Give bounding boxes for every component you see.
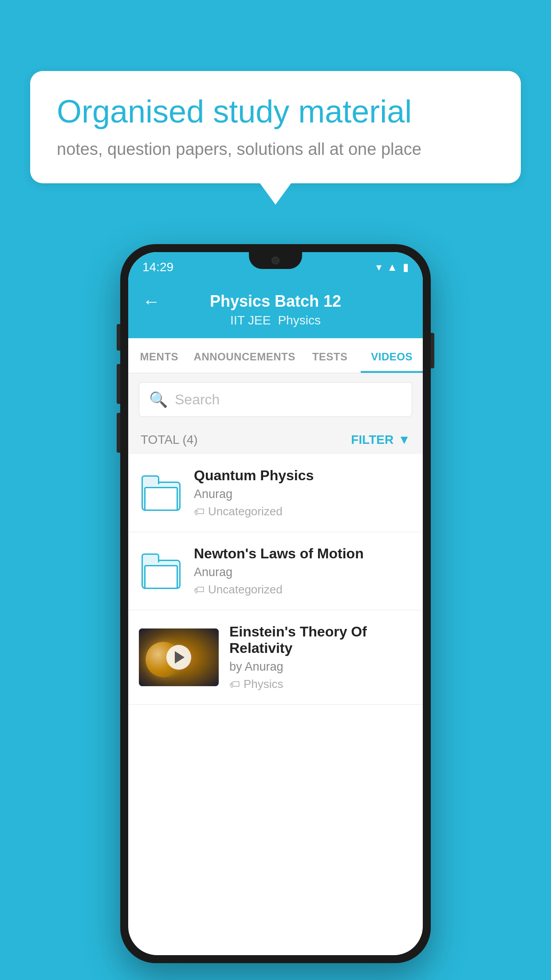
battery-icon: ▮	[403, 261, 409, 273]
tab-bar: MENTS ANNOUNCEMENTS TESTS VIDEOS	[128, 338, 423, 373]
status-bar: 14:29 ▾ ▲ ▮	[128, 252, 423, 282]
filter-label: FILTER	[351, 433, 394, 447]
subtitle-iit: IIT JEE	[230, 313, 271, 328]
speech-bubble-title: Organised study material	[57, 93, 494, 130]
total-count: TOTAL (4)	[141, 433, 198, 447]
filter-button[interactable]: FILTER ▼	[351, 433, 410, 447]
filter-row: TOTAL (4) FILTER ▼	[128, 426, 423, 454]
folder-icon	[142, 475, 181, 511]
tag-icon: 🏷	[194, 506, 205, 518]
back-button[interactable]: ←	[142, 292, 160, 312]
search-input[interactable]: Search	[175, 391, 220, 408]
folder-icon	[142, 553, 181, 589]
video-thumbnail	[139, 628, 219, 686]
play-icon	[175, 651, 185, 664]
tab-videos[interactable]: VIDEOS	[361, 338, 423, 373]
tab-announcements[interactable]: ANNOUNCEMENTS	[190, 338, 299, 373]
search-bar-container: 🔍 Search	[128, 373, 423, 426]
video-item-info: Einstein's Theory Of Relativity by Anura…	[229, 624, 412, 691]
video-item-info: Newton's Laws of Motion Anurag 🏷 Uncateg…	[194, 545, 412, 597]
list-item[interactable]: Quantum Physics Anurag 🏷 Uncategorized	[128, 454, 423, 532]
tag-icon: 🏷	[229, 678, 240, 691]
folder-thumb	[139, 471, 183, 515]
power-button	[431, 333, 434, 368]
filter-icon: ▼	[398, 433, 410, 447]
search-bar[interactable]: 🔍 Search	[139, 382, 412, 417]
tag-label: Uncategorized	[208, 505, 283, 518]
speech-bubble: Organised study material notes, question…	[30, 71, 521, 183]
notch	[249, 252, 302, 269]
video-tag: 🏷 Physics	[229, 677, 412, 691]
status-time: 14:29	[142, 260, 173, 274]
app-title: Physics Batch 12	[210, 292, 341, 311]
tab-tests[interactable]: TESTS	[299, 338, 361, 373]
video-tag: 🏷 Uncategorized	[194, 583, 412, 597]
speech-bubble-subtitle: notes, question papers, solutions all at…	[57, 140, 494, 159]
video-list: Quantum Physics Anurag 🏷 Uncategorized	[128, 454, 423, 705]
tag-label: Physics	[244, 677, 283, 691]
search-icon: 🔍	[149, 391, 168, 408]
phone-screen: 14:29 ▾ ▲ ▮ ← Physics Batch 12 IIT JEE P…	[128, 252, 423, 955]
video-author: Anurag	[194, 565, 412, 579]
folder-thumb	[139, 549, 183, 593]
app-header: ← Physics Batch 12 IIT JEE Physics	[128, 282, 423, 338]
video-author: Anurag	[194, 487, 412, 501]
list-item[interactable]: Newton's Laws of Motion Anurag 🏷 Uncateg…	[128, 532, 423, 610]
volume-up-button	[117, 324, 120, 351]
tag-icon: 🏷	[194, 584, 205, 596]
status-icons: ▾ ▲ ▮	[376, 261, 409, 273]
phone-frame: 14:29 ▾ ▲ ▮ ← Physics Batch 12 IIT JEE P…	[120, 244, 431, 963]
video-title: Newton's Laws of Motion	[194, 545, 412, 562]
signal-icon: ▲	[387, 261, 398, 273]
video-author: by Anurag	[229, 660, 412, 674]
tab-ments[interactable]: MENTS	[128, 338, 190, 373]
subtitle-physics: Physics	[278, 313, 320, 328]
video-title: Einstein's Theory Of Relativity	[229, 624, 412, 656]
wifi-icon: ▾	[376, 261, 382, 273]
silent-button	[117, 413, 120, 453]
video-item-info: Quantum Physics Anurag 🏷 Uncategorized	[194, 467, 412, 518]
video-title: Quantum Physics	[194, 467, 412, 484]
play-button[interactable]	[166, 645, 191, 670]
list-item[interactable]: Einstein's Theory Of Relativity by Anura…	[128, 610, 423, 705]
tag-label: Uncategorized	[208, 583, 283, 597]
video-tag: 🏷 Uncategorized	[194, 505, 412, 518]
header-row: ← Physics Batch 12	[142, 292, 409, 311]
volume-down-button	[117, 364, 120, 404]
front-camera	[272, 257, 279, 265]
app-subtitle: IIT JEE Physics	[230, 313, 321, 328]
